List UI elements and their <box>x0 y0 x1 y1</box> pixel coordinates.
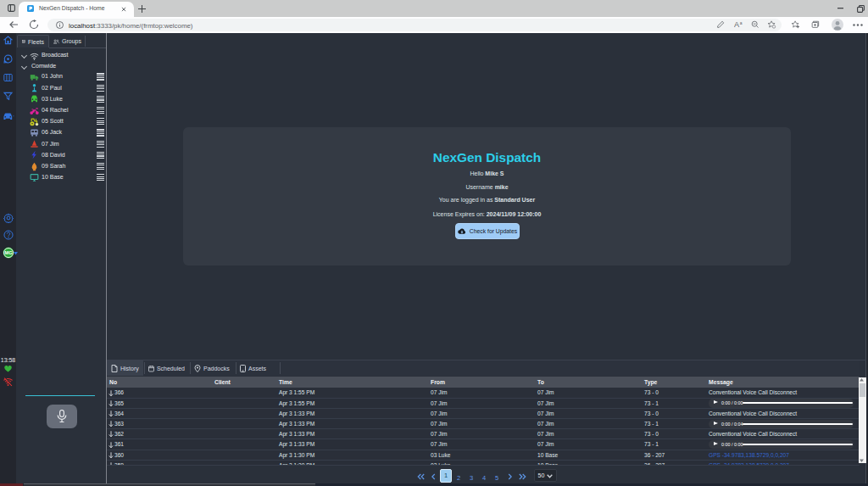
svg-text:MG: MG <box>4 250 13 255</box>
svg-text:a: a <box>740 20 743 25</box>
